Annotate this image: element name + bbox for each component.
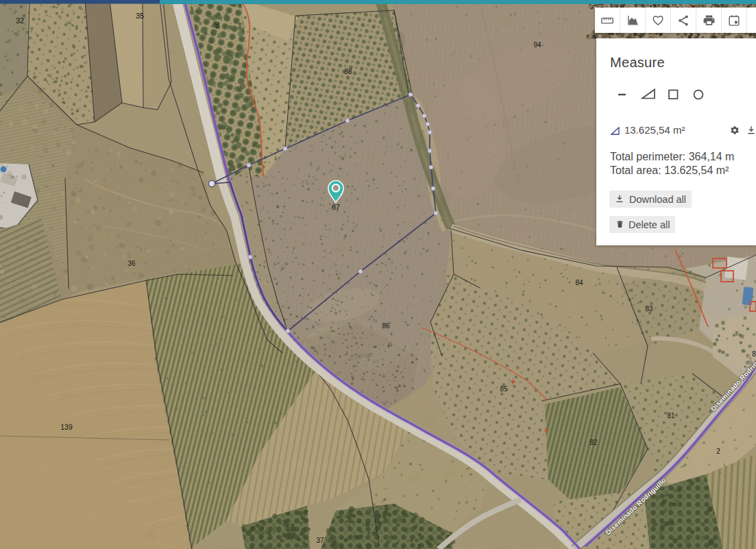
svg-text:8: 8 bbox=[752, 350, 756, 358]
svg-text:94: 94 bbox=[533, 41, 541, 49]
svg-text:37: 37 bbox=[316, 537, 324, 544]
svg-text:87: 87 bbox=[332, 203, 340, 211]
svg-text:81: 81 bbox=[667, 412, 675, 419]
svg-text:84: 84 bbox=[575, 279, 583, 286]
svg-text:86: 86 bbox=[382, 322, 390, 330]
svg-text:85: 85 bbox=[500, 385, 508, 393]
svg-text:139: 139 bbox=[60, 423, 73, 431]
svg-text:36: 36 bbox=[127, 260, 136, 267]
svg-text:39: 39 bbox=[213, 21, 221, 29]
svg-text:35: 35 bbox=[136, 12, 144, 20]
svg-text:88: 88 bbox=[344, 68, 352, 75]
svg-text:32: 32 bbox=[16, 16, 24, 25]
svg-text:82: 82 bbox=[589, 439, 598, 446]
svg-text:b: b bbox=[544, 427, 548, 434]
svg-text:2: 2 bbox=[716, 448, 720, 455]
svg-text:83: 83 bbox=[645, 305, 653, 313]
